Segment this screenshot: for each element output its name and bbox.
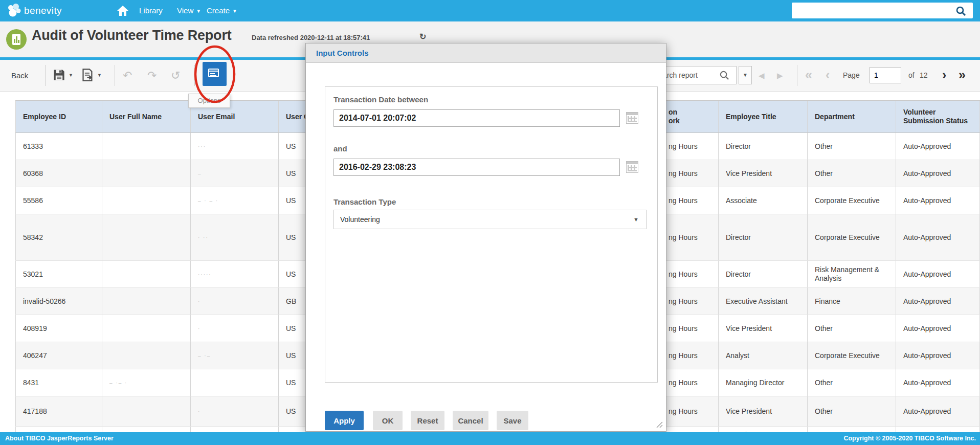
status-footer: About TIBCO JasperReports Server Copyrig… bbox=[0, 432, 980, 445]
transaction-type-value: Volunteering bbox=[340, 215, 380, 224]
cell-employee-id: 8431 bbox=[15, 369, 102, 396]
options-button[interactable] bbox=[203, 62, 227, 86]
cell-department: Other bbox=[808, 369, 896, 396]
transaction-type-label: Transaction Type bbox=[333, 197, 396, 206]
options-icon bbox=[208, 69, 219, 77]
dialog-title-bar[interactable]: Input Controls bbox=[306, 43, 666, 63]
cell-user-full-name bbox=[102, 187, 191, 214]
jasperreports-window: benevity Library View▼ Create▼ Audit of … bbox=[0, 0, 980, 445]
nav-item-create[interactable]: Create▼ bbox=[207, 0, 237, 22]
search-prev-icon[interactable]: ◀ bbox=[759, 60, 765, 91]
nav-item-view[interactable]: View▼ bbox=[177, 0, 201, 22]
column-header-employee-title: Employee Title bbox=[719, 101, 808, 132]
first-page-icon[interactable]: « bbox=[805, 60, 812, 90]
search-icon[interactable] bbox=[955, 6, 967, 17]
next-page-icon[interactable]: › bbox=[942, 60, 946, 90]
cell-employee-title: Vice President bbox=[719, 396, 808, 426]
ok-button[interactable]: OK bbox=[373, 411, 403, 430]
cell-user-full-name bbox=[102, 261, 191, 287]
cell-fragment: ng Hours bbox=[666, 187, 719, 214]
back-button[interactable]: Back bbox=[11, 60, 28, 91]
cell-employee-id: 58342 bbox=[15, 214, 102, 260]
cell-employee-title: Director bbox=[719, 214, 808, 260]
cell-fragment: ng Hours bbox=[666, 396, 719, 426]
save-icon[interactable] bbox=[52, 68, 66, 82]
cancel-button[interactable]: Cancel bbox=[453, 411, 488, 430]
refresh-icon[interactable]: ↻ bbox=[419, 32, 426, 41]
cell-fragment: ng Hours bbox=[666, 342, 719, 369]
cell-fragment: ng Hours bbox=[666, 214, 719, 260]
cell-user-email: · bbox=[191, 396, 279, 426]
cell-user-full-name bbox=[102, 315, 191, 342]
cell-department: Corporate Executive bbox=[808, 187, 896, 214]
cell-department: Other bbox=[808, 315, 896, 342]
cell-department: Other bbox=[808, 133, 896, 160]
search-options-caret[interactable]: ▼ bbox=[739, 66, 752, 84]
cell-employee-id: 417188 bbox=[15, 396, 102, 426]
cell-employee-id: 61333 bbox=[15, 133, 102, 160]
cell-employee-title: Vice President bbox=[719, 315, 808, 342]
cell-employee-title: Director bbox=[719, 261, 808, 287]
export-icon[interactable] bbox=[81, 68, 95, 82]
save-dropdown-caret[interactable]: ▼ bbox=[69, 60, 73, 91]
cell-employee-title: Analyst bbox=[719, 342, 808, 369]
save-button[interactable]: Save bbox=[497, 411, 528, 430]
last-page-icon[interactable]: » bbox=[959, 60, 966, 90]
nav-item-library[interactable]: Library bbox=[139, 0, 163, 21]
cell-fragment: ng Hours bbox=[666, 133, 719, 160]
cell-user-full-name: – ·– · bbox=[102, 369, 191, 396]
redacted-text: · bbox=[198, 297, 201, 306]
date-to-input[interactable] bbox=[333, 159, 620, 176]
cell-user-email bbox=[191, 369, 279, 396]
column-header-employee-id: Employee ID bbox=[15, 101, 102, 132]
data-refreshed-label: Data refreshed 2020-12-11 at 18:57:41 bbox=[252, 34, 370, 41]
cell-volunteer-status: Auto-Approved bbox=[896, 261, 980, 287]
home-icon[interactable] bbox=[117, 5, 129, 16]
reset-button[interactable]: Reset bbox=[411, 411, 444, 430]
export-dropdown-caret[interactable]: ▼ bbox=[97, 60, 102, 91]
cell-employee-id: 60368 bbox=[15, 160, 102, 187]
input-controls-dialog: Input Controls Transaction Date between … bbox=[305, 43, 666, 432]
global-search-input[interactable] bbox=[792, 3, 973, 18]
cell-user-email: – bbox=[191, 160, 279, 187]
separator bbox=[115, 65, 115, 86]
cell-volunteer-status: Auto-Approved bbox=[896, 369, 980, 396]
cell-department: Corporate Executive bbox=[808, 214, 896, 260]
calendar-icon[interactable] bbox=[626, 112, 638, 124]
cell-volunteer-status: Auto-Approved bbox=[896, 160, 980, 187]
redacted-text: – ·– · bbox=[109, 379, 127, 387]
cell-volunteer-status: Auto-Approved bbox=[896, 288, 980, 315]
chevron-down-icon: ▼ bbox=[232, 8, 237, 14]
brand-name: benevity bbox=[24, 0, 62, 21]
cell-employee-title: Managing Director bbox=[719, 369, 808, 396]
undo-icon[interactable]: ↶ bbox=[123, 60, 132, 91]
redacted-text: – bbox=[198, 169, 202, 178]
date-from-input[interactable] bbox=[333, 109, 620, 127]
search-report-icon[interactable] bbox=[719, 70, 730, 81]
report-icon bbox=[6, 29, 27, 50]
about-link[interactable]: About TIBCO JasperReports Server bbox=[5, 432, 114, 445]
copyright-text: Copyright © 2005-2020 TIBCO Software Inc… bbox=[843, 432, 976, 445]
calendar-icon[interactable] bbox=[626, 161, 638, 173]
cell-user-email: ··· bbox=[191, 133, 279, 160]
prev-page-icon[interactable]: ‹ bbox=[826, 60, 830, 90]
cell-employee-title: Vice President bbox=[719, 160, 808, 187]
transaction-type-select[interactable]: Volunteering ▼ bbox=[333, 210, 647, 229]
select-caret-icon: ▼ bbox=[633, 210, 639, 229]
page-number-input[interactable] bbox=[870, 67, 901, 83]
dialog-title: Input Controls bbox=[306, 43, 368, 62]
chevron-down-icon: ▼ bbox=[196, 8, 201, 14]
page-label: Page bbox=[843, 60, 860, 91]
resize-handle[interactable] bbox=[656, 421, 663, 428]
input-controls-panel: Transaction Date between and Transaction… bbox=[325, 86, 658, 383]
date-between-label: Transaction Date between bbox=[333, 95, 428, 104]
column-header-department: Department bbox=[808, 101, 896, 132]
cell-user-full-name bbox=[102, 160, 191, 187]
apply-button[interactable]: Apply bbox=[325, 411, 364, 430]
search-next-icon[interactable]: ▶ bbox=[777, 60, 783, 91]
undo-all-icon[interactable]: ↺ bbox=[171, 60, 180, 91]
cell-volunteer-status: Auto-Approved bbox=[896, 315, 980, 342]
cell-user-full-name bbox=[102, 288, 191, 315]
redacted-text: · bbox=[198, 324, 201, 333]
redo-icon[interactable]: ↷ bbox=[147, 60, 157, 91]
